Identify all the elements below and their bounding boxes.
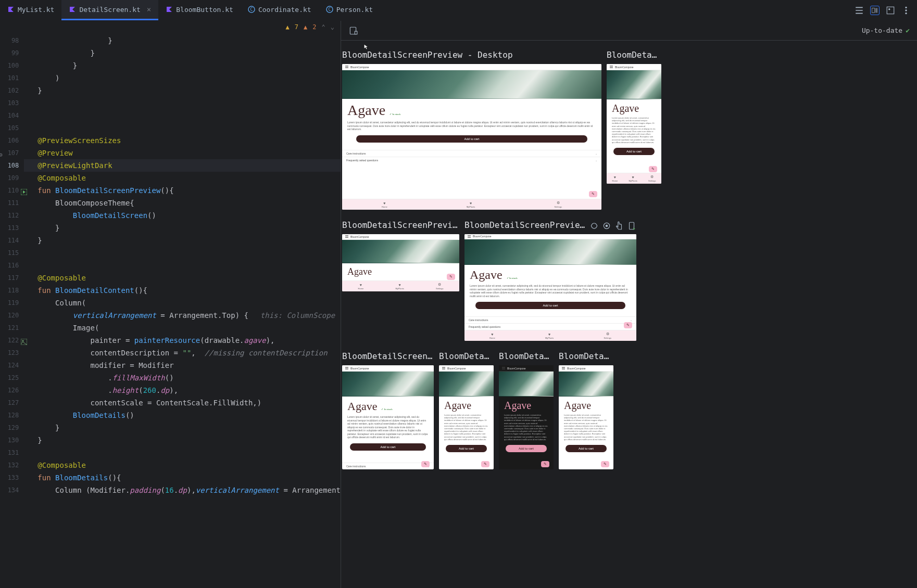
product-desc: Lorem ipsum dolor sit amet, consectetur … (347, 121, 596, 131)
kotlin-class-icon: C (248, 6, 255, 13)
tab-label: Person.kt (336, 6, 373, 14)
preview-card-4d[interactable]: BloomCompose Agave Lorem ipsum dolor sit… (559, 365, 613, 469)
svg-text:C: C (328, 7, 331, 12)
animation-icon[interactable] (589, 221, 599, 231)
nav-plants: MyPlants (395, 287, 404, 290)
nav-settings: Settings (436, 287, 443, 290)
preview-label-tablet: BloomDetailScreenPreview - Tab... (464, 220, 585, 230)
gesture-icon[interactable] (614, 221, 624, 231)
fab-edit: ✎ (649, 166, 657, 172)
kotlin-file-icon (7, 6, 15, 13)
accordion-care: Care instructions (342, 150, 601, 157)
close-icon[interactable]: × (147, 5, 151, 14)
card-title: BloomCompose (350, 235, 369, 238)
kotlin-file-icon (166, 6, 173, 13)
preview-label-phone: BloomDetailScreenPreview - Pho... (342, 220, 459, 230)
nav-plants: MyPlants (545, 337, 554, 339)
svg-rect-4 (872, 8, 875, 12)
tab-label: DetailScreen.kt (79, 6, 140, 14)
preview-icon[interactable] (886, 6, 895, 15)
inspection-widget[interactable]: ▲7 ▲2 ⌃ ⌄ (0, 21, 341, 33)
list-icon[interactable] (855, 6, 864, 15)
tab-label: MyList.kt (18, 6, 54, 14)
tab-label: Coordinate.kt (258, 6, 311, 14)
chevron-up-icon[interactable]: ⌃ (322, 23, 325, 31)
product-title: Agave (347, 266, 372, 277)
preview-label-desktop: BloomDetailScreenPreview - Desktop (342, 50, 601, 60)
svg-point-7 (888, 8, 890, 10)
add-to-cart-button: Add to cart (356, 135, 588, 143)
preview-card-4c-dark[interactable]: BloomCompose Agave Lorem ipsum dolor sit… (499, 365, 554, 469)
code-editor[interactable]: } } } )}@PreviewScreenSizes@Preview@Prev… (24, 33, 341, 588)
warning-icon: ▲ (286, 23, 290, 31)
more-icon[interactable] (901, 6, 911, 15)
svg-rect-5 (875, 8, 878, 12)
svg-rect-6 (887, 7, 894, 14)
svg-point-8 (905, 6, 907, 8)
nav-settings: Settings (648, 180, 656, 182)
add-to-cart-button: Add to cart (475, 302, 625, 309)
accordion-care: Care instructions (464, 316, 636, 323)
svg-point-10 (905, 12, 907, 14)
fab-edit: ✎ (624, 322, 632, 328)
preview-toolbar: Up-to-date ✔ (341, 21, 917, 41)
preview-card-4b[interactable]: BloomCompose Agave Lorem ipsum dolor sit… (439, 365, 494, 469)
preview-label-4d: BloomDetailSc... (559, 351, 613, 361)
tab-detailscreen[interactable]: DetailScreen.kt × (61, 0, 158, 20)
svg-point-17 (606, 224, 608, 227)
deploy-icon[interactable] (627, 221, 636, 231)
nav-home: Home (358, 287, 364, 290)
nav-plants: MyPlants (467, 206, 475, 208)
preview-label-trunc1: BloomDetailSc... (607, 50, 661, 60)
product-desc: Lorem ipsum dolor sit amet, consectetur … (612, 117, 656, 144)
kotlin-file-icon (69, 6, 76, 13)
tab-mylist[interactable]: MyList.kt (0, 0, 61, 20)
gutter[interactable]: 9899100101102103104105106⚙10710810911011… (0, 33, 24, 588)
kotlin-class-icon: C (326, 6, 333, 13)
fab-edit: ✎ (447, 274, 455, 280)
warning-count: 7 (295, 23, 298, 31)
nav-plants: MyPlants (629, 180, 637, 182)
nav-settings: Settings (554, 206, 561, 208)
preview-card-tablet[interactable]: BloomCompose Agave✓ In stock Lorem ipsum… (464, 234, 636, 341)
product-title: Agave (612, 103, 639, 114)
tab-bar: MyList.kt DetailScreen.kt × BloomButton.… (0, 0, 917, 21)
preview-card-4a[interactable]: BloomCompose Agave✓ In stock Lorem ipsum… (342, 365, 434, 469)
chevron-down-icon[interactable]: ⌄ (331, 23, 334, 31)
svg-rect-18 (630, 222, 634, 229)
preview-card-phone[interactable]: BloomCompose Agave ✎ ♥Home ♥MyPlants ⚙Se… (342, 234, 459, 291)
add-to-cart-button: Add to cart (613, 148, 655, 155)
tab-coordinate[interactable]: C Coordinate.kt (241, 0, 319, 20)
editor-pane: ▲7 ▲2 ⌃ ⌄ 9899100101102103104105106⚙1071… (0, 21, 341, 588)
preview-card-portrait[interactable]: BloomCompose Agave Lorem ipsum dolor sit… (607, 64, 661, 184)
product-desc: Lorem ipsum dolor sit amet, consectetur … (470, 284, 631, 298)
tab-person[interactable]: C Person.kt (319, 0, 380, 20)
svg-rect-15 (355, 31, 357, 34)
accordion-faq: Frequently asked questions (342, 157, 601, 163)
tab-label: BloomButton.kt (176, 6, 233, 14)
product-title: Agave (470, 268, 503, 282)
stock-badge: ✓ In stock (390, 112, 400, 116)
product-title: Agave (347, 102, 385, 119)
preview-card-desktop[interactable]: BloomCompose Agave✓ In stock Lorem ipsum… (342, 64, 601, 210)
nav-settings: Settings (604, 337, 611, 339)
weak-warning-count: 2 (312, 23, 316, 31)
preview-status: Up-to-date (862, 27, 902, 34)
weak-warning-icon: ▲ (304, 23, 307, 31)
split-icon[interactable] (870, 6, 880, 15)
tab-bloombutton[interactable]: BloomButton.kt (158, 0, 241, 20)
nav-home: Home (612, 180, 618, 182)
nav-home: Home (382, 206, 387, 208)
preview-label-4a: BloomDetailScreenPrevie... (342, 351, 434, 361)
check-icon: ✔ (906, 27, 910, 34)
fab-edit: ✎ (589, 191, 597, 197)
svg-point-9 (905, 9, 907, 11)
card-title: BloomCompose (473, 235, 492, 238)
nav-home: Home (489, 337, 495, 339)
stock-badge: ✓ In stock (507, 276, 518, 279)
preview-scroll[interactable]: BloomDetailScreenPreview - Desktop Bloom… (341, 41, 917, 588)
preview-label-4b: BloomDetailSc... (439, 351, 494, 361)
device-select-icon[interactable] (348, 26, 358, 35)
interactive-icon[interactable] (602, 221, 611, 231)
card-title: BloomCompose (350, 66, 369, 69)
